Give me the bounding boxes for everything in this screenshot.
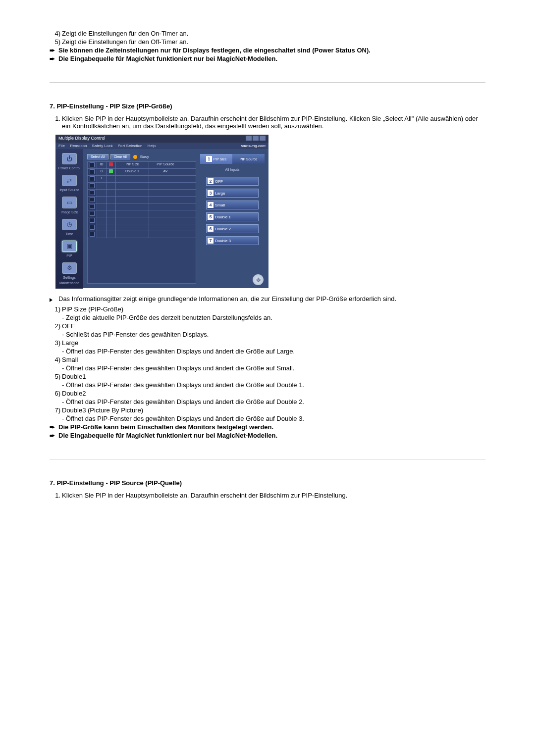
note-text: Sie können die Zeiteinstellungen nur für… (58, 47, 485, 54)
bullet-icon: ➨ (50, 55, 58, 62)
item-number: 7) (50, 406, 62, 414)
power-control-icon[interactable]: ⏻ (62, 153, 77, 164)
pip-icon[interactable]: ▣ (62, 241, 77, 252)
image-size-icon[interactable]: ▭ (62, 197, 77, 208)
sidebar-label: Maintenance (59, 281, 79, 285)
callout-1: 1 (206, 156, 212, 162)
settings-icon[interactable]: ⚙ (62, 262, 77, 274)
window-title: Multiple Display Control (58, 136, 106, 142)
busy-label: Busy (140, 154, 149, 159)
list-item: 5) Zeigt die Einstellungen für den Off-T… (50, 38, 485, 46)
checkbox-icon[interactable] (90, 197, 95, 202)
option-small[interactable]: 4Small (206, 201, 259, 209)
table-row[interactable] (88, 217, 196, 224)
item-text: Zeigt die Einstellungen für den On-Timer… (62, 30, 485, 37)
menu-remocon[interactable]: Remocon (70, 144, 87, 148)
checkbox-icon[interactable] (90, 169, 95, 174)
input-source-icon[interactable]: ⇄ (62, 175, 77, 186)
time-icon[interactable]: ◷ (62, 219, 77, 230)
power-button-icon[interactable]: ⏻ (253, 274, 264, 285)
section-title: 7. PIP-Einstellung - PIP Size (PIP-Größe… (50, 102, 485, 110)
select-all-button[interactable]: Select All (87, 154, 108, 159)
clear-all-button[interactable]: Clear All (110, 154, 130, 159)
checkbox-icon[interactable] (90, 176, 95, 181)
sidebar-label: Power Control (58, 166, 80, 170)
cell-id: 1 (97, 176, 107, 182)
col-pip-source: PIP Source (149, 162, 182, 168)
option-large[interactable]: 3Large (206, 189, 259, 198)
menu-help[interactable]: Help (148, 144, 156, 148)
table-row[interactable]: 1 (88, 176, 196, 183)
note-text: Die Eingabequelle für MagicNet funktioni… (58, 55, 485, 62)
table-row[interactable] (88, 231, 196, 238)
table-row[interactable] (88, 197, 196, 203)
item-desc: - Öffnet das PIP-Fenster des gewählten D… (62, 364, 485, 372)
item-label: Double3 (Picture By Picture) (62, 406, 485, 414)
menu-safety-lock[interactable]: Safety Lock (92, 144, 113, 148)
brand-link[interactable]: samsung.com (241, 144, 266, 148)
section-timer-tail: 4) Zeigt die Einstellungen für den On-Ti… (50, 30, 485, 62)
checkbox-icon[interactable] (90, 162, 95, 167)
cell-id: 0 (97, 169, 107, 175)
item-label: Double1 (62, 373, 485, 380)
callout-7: 7 (208, 238, 214, 244)
menubar: File Remocon Safety Lock Port Selection … (55, 143, 268, 149)
close-icon (260, 136, 266, 141)
arrow-note: Das Informationsgitter zeigt einige grun… (50, 295, 485, 303)
item-number: 5) (50, 373, 62, 380)
checkbox-icon[interactable] (90, 204, 95, 209)
item-desc: - Öffnet das PIP-Fenster des gewählten D… (62, 348, 485, 355)
checkbox-icon[interactable] (90, 183, 95, 188)
table-row[interactable] (88, 210, 196, 217)
item-number: 2) (50, 322, 62, 330)
list-item: 5) Double1 (50, 373, 485, 380)
mdc-screenshot: Multiple Display Control File Remocon Sa… (55, 135, 268, 288)
max-icon (253, 136, 259, 141)
bold-note: ➨ Die Eingabequelle für MagicNet funktio… (50, 432, 485, 439)
table-row[interactable] (88, 224, 196, 231)
checkbox-icon[interactable] (90, 211, 95, 216)
callout-6: 6 (208, 226, 214, 232)
col-checkbox (88, 162, 97, 168)
item-text: Klicken Sie PIP in der Hauptsymbolleiste… (62, 492, 485, 499)
table-row[interactable] (88, 203, 196, 210)
sidebar-label: Image Size (60, 210, 78, 214)
list-item: 4) Zeigt die Einstellungen für den On-Ti… (50, 30, 485, 37)
item-number: 4) (50, 356, 62, 363)
item-label: Double2 (62, 390, 485, 397)
bold-note: ➨ Die PIP-Größe kann beim Einschalten de… (50, 423, 485, 431)
item-desc: - Zeigt die aktuelle PIP-Größe des derze… (62, 314, 485, 321)
section-title: 7. PIP-Einstellung - PIP Source (PIP-Que… (50, 479, 485, 487)
item-number: 4) (50, 30, 62, 37)
all-inputs-label: All Inputs (200, 164, 265, 175)
menu-port-selection[interactable]: Port Selection (118, 144, 143, 148)
checkbox-icon[interactable] (90, 225, 95, 230)
list-item: 1) PIP Size (PIP-Größe) (50, 305, 485, 313)
option-off[interactable]: 2OFF (206, 177, 259, 186)
busy-indicator-icon (133, 155, 137, 159)
tab-pip-source[interactable]: PIP Source (232, 154, 265, 164)
option-double3[interactable]: 7Double 3 (206, 236, 259, 245)
item-desc: - Öffnet das PIP-Fenster des gewählten D… (62, 415, 485, 422)
bold-note: ➨ Sie können die Zeiteinstellungen nur f… (50, 47, 485, 54)
option-double2[interactable]: 6Double 2 (206, 224, 259, 233)
cell-pip-size: Double 1 (116, 169, 149, 175)
checkbox-icon[interactable] (90, 218, 95, 223)
table-row[interactable] (88, 190, 196, 197)
list-item: 3) Large (50, 339, 485, 347)
checkbox-icon[interactable] (90, 190, 95, 195)
intro-item: 1. Klicken Sie PIP in der Hauptsymbollei… (50, 492, 485, 499)
table-row[interactable] (88, 183, 196, 190)
checkbox-icon[interactable] (90, 232, 95, 237)
tab-pip-size[interactable]: 1PIP Size (200, 154, 232, 164)
item-number: 1. (50, 492, 62, 499)
section-pip-source: 7. PIP-Einstellung - PIP Source (PIP-Que… (50, 459, 485, 499)
option-double1[interactable]: 5Double 1 (206, 212, 259, 221)
item-number: 5) (50, 38, 62, 46)
sidebar-label: Time (65, 232, 73, 236)
arrow-icon (50, 295, 58, 303)
menu-file[interactable]: File (58, 144, 65, 148)
arrow-text: Das Informationsgitter zeigt einige grun… (58, 295, 485, 303)
table-row[interactable]: 0 Double 1 AV (88, 169, 196, 176)
col-status (107, 162, 116, 168)
